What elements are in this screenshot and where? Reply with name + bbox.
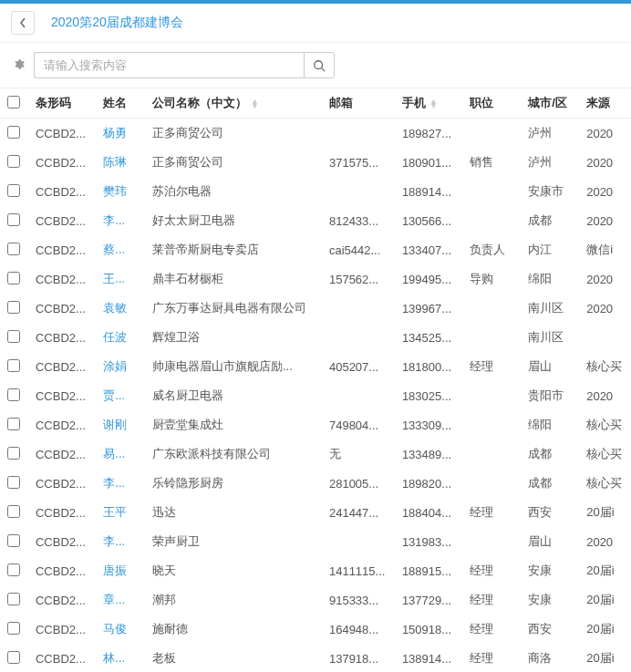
cell-city: 绵阳 [521, 410, 579, 439]
cell-email: 281005... [322, 469, 395, 498]
row-checkbox[interactable] [7, 272, 20, 284]
row-checkbox[interactable] [7, 534, 20, 547]
cell-position: 经理 [462, 556, 521, 585]
cell-name-link[interactable]: 陈琳 [96, 148, 145, 177]
cell-name-link[interactable]: 王... [96, 264, 145, 294]
cell-position [462, 206, 521, 235]
table-row: CCBD2...涂娟帅康电器眉山市旗舰店励...405207...181800.… [0, 352, 631, 381]
table-row: CCBD2...唐振晓天1411115...188915...经理安康20届i [0, 556, 631, 585]
cell-name-link[interactable]: 樊玮 [96, 177, 145, 206]
table-row: CCBD2...樊玮苏泊尔电器188914...安康市2020 [0, 177, 631, 206]
row-checkbox[interactable] [7, 593, 20, 605]
cell-source: 20届i [579, 644, 631, 672]
cell-name-link[interactable]: 贾... [96, 381, 145, 410]
cell-name-link[interactable]: 章... [96, 585, 145, 615]
cell-name-link[interactable]: 易... [96, 439, 145, 469]
row-checkbox[interactable] [7, 505, 20, 518]
cell-barcode: CCBD2... [28, 323, 96, 352]
cell-company: 乐铃隐形厨房 [145, 469, 322, 498]
cell-name-link[interactable]: 李... [96, 206, 145, 235]
cell-city: 眉山 [521, 352, 579, 381]
cell-phone: 130566... [395, 206, 462, 235]
cell-source [579, 323, 631, 352]
data-table: 条形码 姓名 公司名称（中文）▲▼ 邮箱 手机▲▼ 职位 城市/区 来源 CCB… [0, 88, 631, 672]
cell-company: 苏泊尔电器 [145, 177, 322, 206]
cell-phone: 150918... [395, 615, 462, 644]
row-checkbox[interactable] [7, 301, 20, 314]
row-checkbox[interactable] [7, 213, 20, 226]
breadcrumb-link[interactable]: 2020第20届成都建博会 [51, 15, 183, 31]
cell-email: 915333... [322, 585, 395, 615]
table-row: CCBD2...王...鼎丰石材橱柜157562...199495...导购绵阳… [0, 264, 631, 294]
row-checkbox[interactable] [7, 126, 20, 139]
cell-position: 经理 [462, 352, 521, 381]
header-barcode[interactable]: 条形码 [28, 88, 96, 119]
row-checkbox[interactable] [7, 155, 20, 168]
cell-name-link[interactable]: 蔡... [96, 235, 145, 264]
table-row: CCBD2...袁敏广东万事达厨具电器有限公司139967...南川区2020 [0, 294, 631, 323]
row-checkbox[interactable] [7, 359, 20, 372]
row-checkbox[interactable] [7, 447, 20, 460]
header-position[interactable]: 职位 [462, 88, 521, 119]
cell-name-link[interactable]: 袁敏 [96, 294, 145, 323]
row-checkbox[interactable] [7, 476, 20, 489]
cell-name-link[interactable]: 李... [96, 527, 145, 556]
cell-name-link[interactable]: 任波 [96, 323, 145, 352]
cell-name-link[interactable]: 李... [96, 469, 145, 498]
cell-company: 厨壹堂集成灶 [145, 410, 322, 439]
cell-name-link[interactable]: 马俊 [96, 615, 145, 644]
row-checkbox[interactable] [7, 243, 20, 255]
row-checkbox[interactable] [7, 388, 20, 401]
cell-barcode: CCBD2... [28, 556, 96, 585]
cell-name-link[interactable]: 唐振 [96, 556, 145, 585]
header-source[interactable]: 来源 [579, 88, 631, 119]
search-input[interactable] [34, 52, 304, 78]
row-checkbox[interactable] [7, 563, 20, 576]
cell-name-link[interactable]: 林... [96, 644, 145, 672]
table-row: CCBD2...贾...威名厨卫电器183025...贵阳市2020 [0, 381, 631, 410]
cell-city: 西安 [521, 498, 579, 527]
header-city[interactable]: 城市/区 [521, 88, 579, 119]
gear-icon[interactable] [11, 57, 25, 74]
cell-email: 164948... [322, 615, 395, 644]
header-company[interactable]: 公司名称（中文）▲▼ [145, 88, 322, 119]
cell-city: 西安 [521, 615, 579, 644]
cell-barcode: CCBD2... [28, 148, 96, 177]
table-row: CCBD2...李...荣声厨卫131983...眉山2020 [0, 527, 631, 556]
row-checkbox[interactable] [7, 330, 20, 343]
cell-position [462, 177, 521, 206]
cell-name-link[interactable]: 谢刚 [96, 410, 145, 439]
header-name[interactable]: 姓名 [96, 88, 145, 119]
cell-position [462, 439, 521, 469]
cell-phone: 134525... [395, 323, 462, 352]
header-phone[interactable]: 手机▲▼ [395, 88, 462, 119]
cell-email [322, 119, 395, 149]
table-row: CCBD2...陈琳正多商贸公司371575...180901...销售泸州20… [0, 148, 631, 177]
table-row: CCBD2...李...乐铃隐形厨房281005...189820...成都核心… [0, 469, 631, 498]
cell-name-link[interactable]: 王平 [96, 498, 145, 527]
row-checkbox[interactable] [7, 184, 20, 197]
cell-phone: 181800... [395, 352, 462, 381]
header-email[interactable]: 邮箱 [322, 88, 395, 119]
row-checkbox[interactable] [7, 651, 20, 664]
row-checkbox[interactable] [7, 418, 20, 430]
search-button[interactable] [304, 52, 335, 78]
cell-city: 商洛 [521, 644, 579, 672]
sort-icon: ▲▼ [251, 99, 259, 109]
cell-name-link[interactable]: 涂娟 [96, 352, 145, 381]
cell-company: 广东万事达厨具电器有限公司 [145, 294, 322, 323]
cell-city: 绵阳 [521, 264, 579, 294]
table-row: CCBD2...谢刚厨壹堂集成灶749804...133309...绵阳核心买 [0, 410, 631, 439]
back-button[interactable] [11, 11, 35, 35]
cell-company: 老板 [145, 644, 322, 672]
row-checkbox[interactable] [7, 622, 20, 635]
select-all-checkbox[interactable] [7, 96, 20, 109]
cell-barcode: CCBD2... [28, 498, 96, 527]
cell-name-link[interactable]: 杨勇 [96, 119, 145, 149]
cell-email: 137918... [322, 644, 395, 672]
table-row: CCBD2...蔡...莱普帝斯厨电专卖店cai5442...133407...… [0, 235, 631, 264]
cell-email: 241447... [322, 498, 395, 527]
cell-phone: 189827... [395, 119, 462, 149]
table-row: CCBD2...章...潮邦915333...137729...经理安康20届i [0, 585, 631, 615]
cell-email [322, 381, 395, 410]
